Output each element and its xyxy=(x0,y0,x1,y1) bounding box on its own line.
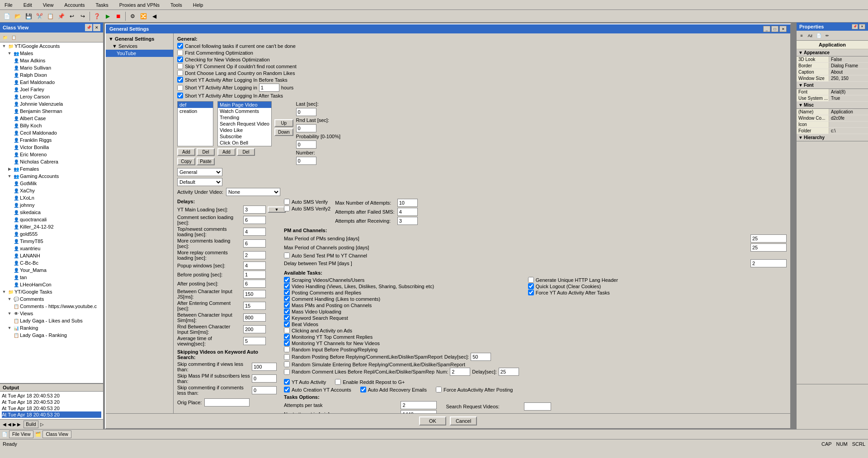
delay-rnd-char-input[interactable] xyxy=(243,325,266,333)
tree-group-females[interactable]: ▶ 👥 Females xyxy=(0,165,103,173)
activity-left-list[interactable]: def creation xyxy=(177,101,213,146)
chk-cancel-tasks[interactable] xyxy=(177,43,183,49)
list-item-trending[interactable]: Trending xyxy=(218,114,271,121)
copy-btn[interactable]: 📋 xyxy=(45,11,55,21)
props-category-btn[interactable]: ≡ xyxy=(797,32,806,40)
new-btn[interactable]: 📄 xyxy=(2,11,12,21)
tree-root-yt-accounts[interactable]: ▼ 📁 YT/Google Accounts xyxy=(0,42,103,50)
tree-item-nicholas[interactable]: 👤Nicholas Cabrera xyxy=(0,158,103,165)
tree-item-lady-gaga-ranking[interactable]: 📋Lady Gaga - Ranking xyxy=(0,332,103,339)
delay-replay-input[interactable] xyxy=(243,251,266,259)
orig-place-input[interactable] xyxy=(204,398,250,407)
tree-item-your-mama[interactable]: 👤Your_Mama xyxy=(0,266,103,274)
auto-sms-verify-row[interactable]: Auto SMS Verify xyxy=(284,199,330,205)
task-yt-auto[interactable]: YT Auto Activity xyxy=(284,379,326,385)
short-activity-hours-input[interactable] xyxy=(259,84,279,92)
activity-right-list[interactable]: Main Page Video Watch Comments Trending … xyxy=(217,101,272,146)
tree-item-sikedaica[interactable]: 👤sikedaica xyxy=(0,209,103,216)
rnd-last-input[interactable] xyxy=(296,124,316,132)
tree-item-lheo[interactable]: 👤LHeoHamCon xyxy=(0,281,103,288)
redo-btn[interactable]: ↪ xyxy=(78,11,88,21)
paste-btn-list[interactable]: Paste xyxy=(197,158,215,165)
checkbox-checking-videos[interactable]: Checking for New Videos Optimization xyxy=(177,56,787,62)
tree-item-leroy-carson[interactable]: 👤Leroy Carson xyxy=(0,93,103,100)
chk-first-commenting[interactable] xyxy=(177,50,183,56)
task-random-comment-likes[interactable]: Random Comment Likes Before Repl/ComLike… xyxy=(284,368,519,376)
tree-root-yt-tasks[interactable]: ▼ 📁 YT/Google Tasks xyxy=(0,288,103,295)
collapse-btn[interactable]: ◀ xyxy=(149,11,159,21)
tree-item-johnnie[interactable]: 👤Johnnie Valenzuela xyxy=(0,100,103,107)
copy-btn-list[interactable]: Copy xyxy=(177,158,195,165)
checkbox-dont-choose[interactable]: Dont Choose Lang and Country on Random L… xyxy=(177,70,787,76)
folder-icon[interactable]: 📁 xyxy=(1,33,9,42)
delay-avg-view-input[interactable] xyxy=(243,337,266,345)
task-quick-logout[interactable]: Quick Logout (Clear Cookies) xyxy=(528,283,618,289)
props-pages-btn[interactable]: 📄 xyxy=(815,32,823,40)
paste-btn[interactable]: 📌 xyxy=(56,11,66,21)
pin-btn[interactable]: 📌 xyxy=(85,24,92,31)
tree-item-xuantrieu[interactable]: 👤xuantrieu xyxy=(0,245,103,252)
max-channels-input[interactable] xyxy=(750,243,787,252)
dialog-close-btn[interactable]: ✕ xyxy=(779,26,787,32)
ok-button[interactable]: OK xyxy=(419,416,446,425)
task-monitoring-comments[interactable]: Monitoring YT Top Comment Replies xyxy=(284,334,519,340)
tree-item-cecil[interactable]: 👤Cecil Maldonado xyxy=(0,129,103,136)
auto-send-row[interactable]: Auto Send Test PM to YT Channel xyxy=(284,252,748,258)
chk-short-before[interactable] xyxy=(177,77,183,83)
menu-tools[interactable]: Tools xyxy=(168,1,185,9)
number-input[interactable] xyxy=(296,157,316,165)
menu-tasks[interactable]: Tasks xyxy=(93,1,111,9)
add-right-btn[interactable]: Add xyxy=(217,148,236,156)
task-random-input[interactable]: Random Input Before Posting/Replying xyxy=(284,346,519,352)
max-attempts-input[interactable] xyxy=(397,199,418,207)
delay-char-js-input[interactable] xyxy=(243,290,266,298)
config-btn[interactable]: ⚙ xyxy=(127,11,137,21)
list-item-search[interactable]: Search Request Video xyxy=(218,121,271,127)
attempts-receiving-input[interactable] xyxy=(397,217,418,225)
activity-under-video-select[interactable]: None xyxy=(226,188,280,196)
tree-item-mario-sullivan[interactable]: 👤Mario Sullivan xyxy=(0,64,103,71)
tab-file-view[interactable]: ◀ ◀ ▶ ▶ xyxy=(0,421,24,428)
last-sec-input[interactable] xyxy=(296,108,316,116)
props-close-btn[interactable]: ✕ xyxy=(859,24,865,29)
props-alpha-btn[interactable]: Az xyxy=(806,32,814,40)
list-item-relative[interactable]: Relative Video xyxy=(218,146,271,146)
chk-auto-sms-verify[interactable] xyxy=(284,199,290,205)
tree-group-males[interactable]: ▼ 👥 Males xyxy=(0,50,103,57)
task-monitoring-channels[interactable]: Monitoring YT Channels for New Videos xyxy=(284,340,519,346)
tree-group-views[interactable]: ▼ 👁 Views xyxy=(0,310,103,317)
skip-comments-input[interactable] xyxy=(252,386,277,394)
tab-close[interactable]: ▷ xyxy=(38,421,46,428)
nav-class-view-tab[interactable]: Class View xyxy=(42,430,71,438)
props-edit-btn[interactable]: ✏ xyxy=(823,32,831,40)
attempts-per-task-input[interactable] xyxy=(401,401,437,409)
cancel-button[interactable]: Cancel xyxy=(450,416,477,425)
delay-comment-input[interactable] xyxy=(243,216,266,224)
task-keyword-search[interactable]: Keyword Search Request xyxy=(284,315,519,321)
dialog-minimize-btn[interactable]: _ xyxy=(763,26,770,32)
task-video-handling[interactable]: Video Handling (Views, Likes, Dislikes, … xyxy=(284,283,519,289)
delay-yt-main-btn[interactable]: ▼ xyxy=(268,206,286,213)
delay-yt-main-input[interactable] xyxy=(243,206,266,214)
menu-help[interactable]: Help xyxy=(190,1,206,9)
up-btn[interactable]: Up xyxy=(274,119,293,127)
menu-accounts[interactable]: Accounts xyxy=(61,1,87,9)
chk-checking-videos[interactable] xyxy=(177,56,183,62)
tree-item-victor[interactable]: 👤Victor Bonilla xyxy=(0,144,103,151)
tree-group-ranking[interactable]: ▼ 📊 Ranking xyxy=(0,324,103,332)
tree-group-comments[interactable]: ▼ 💬 Comments xyxy=(0,295,103,303)
task-random-simulate[interactable]: Random Simulate Entering Before Replying… xyxy=(284,361,519,367)
tree-item-comments-yt[interactable]: 📋Comments - https://www.youtube.c xyxy=(0,303,103,310)
chk-auto-sms-verify2[interactable] xyxy=(284,206,290,211)
tree-item-lxoln[interactable]: 👤LXoLn xyxy=(0,194,103,201)
task-force-autoactivity[interactable]: Force AutoActivity After Posting xyxy=(436,387,513,393)
tree-item-timmyt85[interactable]: 👤TimmyT85 xyxy=(0,238,103,245)
tree-item-franklin[interactable]: 👤Franklin Riggs xyxy=(0,136,103,144)
add-left-btn[interactable]: Add xyxy=(177,148,195,156)
down-btn[interactable]: Down xyxy=(274,128,293,136)
chk-short-after[interactable] xyxy=(177,93,183,98)
menu-proxies[interactable]: Proxies and VPNs xyxy=(117,1,162,9)
appearance-section-header[interactable]: ▼ Appearance xyxy=(797,49,868,56)
task-mass-pm[interactable]: Mass PMs and Posting on Channels xyxy=(284,302,519,308)
search-req-vids-input[interactable] xyxy=(524,402,551,411)
